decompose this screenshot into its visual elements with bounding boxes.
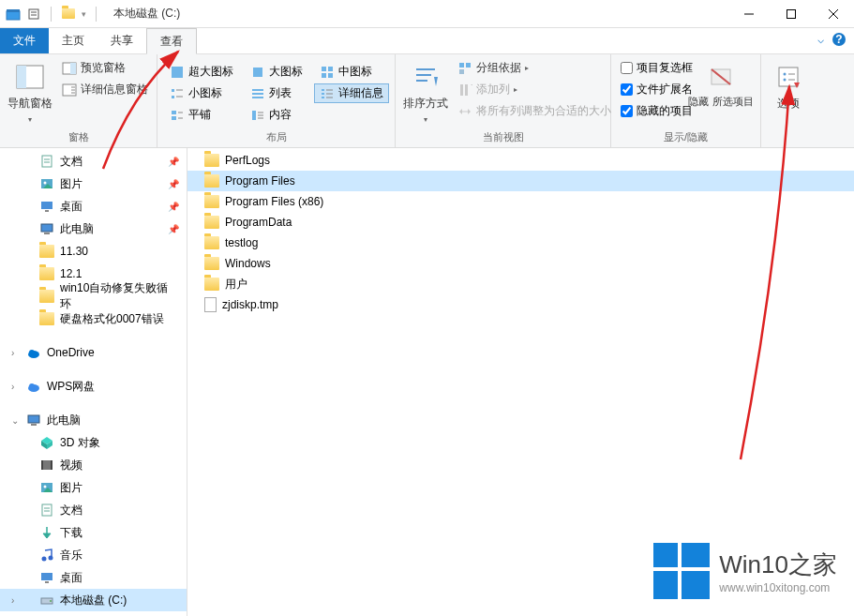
svg-rect-38 <box>172 111 176 114</box>
quickaccess-item[interactable]: 11.30 <box>0 240 187 263</box>
svg-rect-26 <box>172 96 174 98</box>
svg-point-71 <box>44 182 47 185</box>
layout-content[interactable]: 内容 <box>245 105 308 125</box>
svg-rect-50 <box>459 63 464 68</box>
svg-rect-51 <box>466 63 471 68</box>
watermark-title: Win10之家 <box>719 548 837 581</box>
minimize-button[interactable] <box>727 0 770 28</box>
svg-marker-95 <box>43 527 51 538</box>
svg-rect-20 <box>253 68 262 77</box>
video-icon <box>39 458 54 473</box>
hide-selected-label: 隐藏 所选项目 <box>688 96 753 107</box>
chevron-right-icon[interactable]: › <box>11 348 14 358</box>
file-item[interactable]: testlog <box>187 233 854 253</box>
svg-rect-81 <box>28 415 39 423</box>
cloud-icon <box>26 379 41 394</box>
watermark: Win10之家 www.win10xitong.com <box>653 543 837 599</box>
nav-pc-item[interactable]: 软件 (D:) <box>0 611 187 616</box>
tab-home[interactable]: 主页 <box>49 28 97 53</box>
nav-pc-item[interactable]: 文档 <box>0 499 187 521</box>
tab-share[interactable]: 共享 <box>97 28 146 53</box>
qat-folder-icon[interactable] <box>61 7 76 22</box>
preview-pane-button[interactable]: 预览窗格 <box>58 58 152 78</box>
nav-onedrive[interactable]: ›OneDrive <box>0 341 187 364</box>
svg-rect-67 <box>42 156 52 167</box>
qat-dropdown-icon[interactable]: ▾ <box>82 9 86 19</box>
chevron-down-icon[interactable]: ⌄ <box>11 415 19 426</box>
svg-point-64 <box>784 79 787 82</box>
nav-pc-item[interactable]: 视频 <box>0 454 187 476</box>
pin-icon: 📌 <box>168 179 179 189</box>
layout-extra-large[interactable]: 超大图标 <box>164 62 239 82</box>
currentview-group-label: 当前视图 <box>401 128 605 147</box>
watermark-url: www.win10xitong.com <box>719 581 837 594</box>
file-item[interactable]: ProgramData <box>187 212 854 233</box>
ribbon-minimize-icon[interactable]: ⌵ <box>817 33 824 46</box>
svg-marker-57 <box>459 109 462 114</box>
folder-icon <box>204 278 219 291</box>
qat-properties-icon[interactable] <box>26 7 41 22</box>
drive-icon <box>39 593 54 608</box>
3d-icon <box>39 435 54 450</box>
maximize-button[interactable] <box>770 0 812 28</box>
svg-rect-34 <box>322 97 324 98</box>
quickaccess-item[interactable]: 此电脑📌 <box>0 218 187 240</box>
layout-small[interactable]: 小图标 <box>164 83 239 103</box>
nav-wps[interactable]: ›WPS网盘 <box>0 375 187 398</box>
layout-tiles[interactable]: 平铺 <box>164 105 239 125</box>
svg-rect-21 <box>322 67 326 71</box>
layout-details[interactable]: 详细信息 <box>314 83 389 103</box>
file-item[interactable]: Program Files (x86) <box>187 191 854 212</box>
nav-pc-item[interactable]: 3D 对象 <box>0 431 187 454</box>
layout-list[interactable]: 列表 <box>245 83 308 103</box>
size-columns-button[interactable]: 将所有列调整为合适的大小 <box>454 101 615 121</box>
layout-medium[interactable]: 中图标 <box>314 62 389 82</box>
options-button[interactable]: 选项 <box>767 58 810 115</box>
showhide-group-label: 显示/隐藏 <box>617 128 755 147</box>
navigation-pane[interactable]: 文档📌图片📌桌面📌此电脑📌11.3012.1win10自动修复失败循环硬盘格式化… <box>0 148 187 616</box>
chevron-right-icon[interactable]: › <box>11 595 14 606</box>
file-item[interactable]: 用户 <box>187 274 854 294</box>
svg-rect-0 <box>7 11 20 20</box>
quickaccess-item[interactable]: 桌面📌 <box>0 195 187 218</box>
svg-rect-76 <box>44 233 50 234</box>
nav-pc-item[interactable]: ›本地磁盘 (C:) <box>0 589 187 611</box>
checkbox-hidden-items[interactable]: 隐藏的项目 <box>617 101 697 121</box>
tab-view[interactable]: 查看 <box>146 28 197 54</box>
ribbon-tabs: 文件 主页 共享 查看 ⌵ ? <box>0 28 854 54</box>
chevron-right-icon[interactable]: › <box>11 382 14 392</box>
add-columns-button[interactable]: +添加列 ▸ <box>454 80 615 99</box>
nav-pc-item[interactable]: 桌面 <box>0 566 187 589</box>
svg-rect-73 <box>41 202 52 209</box>
sort-by-button[interactable]: 排序方式 ▾ <box>401 58 450 128</box>
help-icon[interactable]: ? <box>832 32 847 47</box>
file-item[interactable]: Program Files <box>187 171 854 191</box>
file-item[interactable]: PerfLogs <box>187 150 854 171</box>
nav-pc-item[interactable]: 音乐 <box>0 544 187 566</box>
layout-large[interactable]: 大图标 <box>245 62 308 82</box>
file-item[interactable]: zjdiskp.tmp <box>187 294 854 315</box>
quickaccess-item[interactable]: 硬盘格式化0007错误 <box>0 308 187 330</box>
nav-pc-item[interactable]: 下载 <box>0 521 187 544</box>
nav-pane-button[interactable]: 导航窗格 ▾ <box>6 58 54 128</box>
quickaccess-item[interactable]: 图片📌 <box>0 173 187 195</box>
details-pane-button[interactable]: 详细信息窗格 <box>58 80 152 99</box>
svg-point-101 <box>50 600 52 602</box>
checkbox-item-checkboxes[interactable]: 项目复选框 <box>617 58 697 78</box>
quickaccess-item[interactable]: 文档📌 <box>0 150 187 173</box>
svg-text:+: + <box>471 83 472 92</box>
nav-pc-item[interactable]: 图片 <box>0 476 187 499</box>
quickaccess-item[interactable]: win10自动修复失败循环 <box>0 285 187 308</box>
file-item[interactable]: Windows <box>187 253 854 274</box>
nav-thispc[interactable]: ⌄此电脑 <box>0 409 187 431</box>
checkbox-file-extensions[interactable]: 文件扩展名 <box>617 80 697 99</box>
hide-selected-button[interactable]: 隐藏 所选项目 <box>700 58 742 111</box>
folder-icon <box>204 236 219 249</box>
svg-rect-53 <box>460 84 463 96</box>
group-by-button[interactable]: 分组依据 ▸ <box>454 58 615 78</box>
tab-file[interactable]: 文件 <box>0 28 49 53</box>
svg-rect-19 <box>172 67 183 78</box>
close-button[interactable] <box>812 0 854 28</box>
pc-icon <box>26 413 41 428</box>
svg-rect-25 <box>172 89 174 92</box>
